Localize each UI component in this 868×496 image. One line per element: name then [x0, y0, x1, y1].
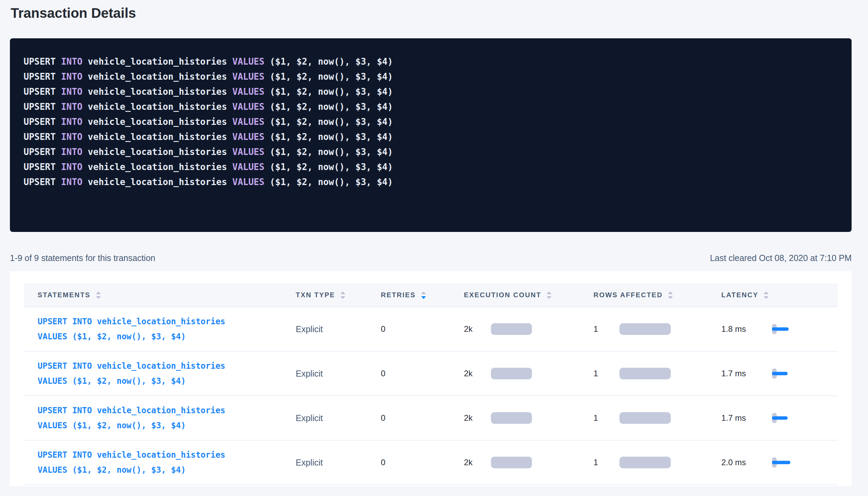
statement-link[interactable]: UPSERT INTO vehicle_location_historiesVA…: [38, 447, 296, 478]
statement-line-2: VALUES ($1, $2, now(), $3, $4): [38, 462, 296, 478]
sql-text: vehicle_location_histories: [88, 132, 232, 142]
latency-value: 1.7 ms: [721, 413, 772, 423]
rows-affected-cell: 1: [593, 323, 721, 335]
sort-icons[interactable]: [96, 291, 101, 299]
statement-line-1: UPSERT INTO vehicle_location_histories: [38, 358, 296, 374]
sql-text: UPSERT: [24, 102, 61, 112]
sql-keyword: INTO: [61, 102, 88, 112]
sql-text: UPSERT: [24, 147, 61, 157]
statement-link[interactable]: UPSERT INTO vehicle_location_historiesVA…: [38, 358, 296, 389]
execution-count-cell: 2k: [464, 457, 593, 468]
column-header-statements[interactable]: STATEMENTS: [24, 291, 296, 299]
sort-icons[interactable]: [668, 291, 673, 299]
sql-keyword: VALUES: [232, 132, 270, 142]
rows-affected-value: 1: [593, 458, 619, 467]
statement-line-2: VALUES ($1, $2, now(), $3, $4): [38, 374, 296, 389]
latency-bar: [772, 461, 790, 464]
statement-cell: UPSERT INTO vehicle_location_historiesVA…: [24, 447, 296, 478]
column-label: ROWS AFFECTED: [593, 291, 663, 299]
execution-count-value: 2k: [464, 369, 491, 378]
column-header-retries[interactable]: RETRIES: [381, 291, 464, 299]
sql-text: UPSERT: [24, 71, 61, 82]
execution-count-value: 2k: [464, 458, 491, 467]
sql-text: vehicle_location_histories: [88, 56, 232, 67]
sql-text: ($1, $2, now(), $3, $4): [270, 71, 393, 82]
column-header-execution-count[interactable]: EXECUTION COUNT: [464, 291, 593, 299]
summary-bar: 1-9 of 9 statements for this transaction…: [10, 253, 852, 263]
execution-count-cell: 2k: [464, 323, 593, 335]
txn-type-value: Explicit: [296, 413, 381, 423]
table-row: UPSERT INTO vehicle_location_historiesVA…: [24, 307, 838, 352]
sql-text: vehicle_location_histories: [88, 147, 232, 157]
sql-statement-line: UPSERT INTO vehicle_location_histories V…: [24, 84, 838, 99]
table-row: UPSERT INTO vehicle_location_historiesVA…: [24, 352, 838, 396]
rows-affected-value: 1: [593, 413, 619, 423]
sql-statement-line: UPSERT INTO vehicle_location_histories V…: [24, 69, 838, 84]
execution-count-cell: 2k: [464, 368, 593, 379]
latency-cell: 1.8 ms: [721, 324, 838, 334]
column-label: STATEMENTS: [38, 291, 91, 299]
sort-desc-icon: [547, 296, 551, 299]
txn-type-value: Explicit: [296, 324, 381, 334]
latency-bar: [772, 327, 789, 331]
statement-link[interactable]: UPSERT INTO vehicle_location_historiesVA…: [38, 403, 296, 433]
sql-text: ($1, $2, now(), $3, $4): [270, 162, 393, 172]
sql-statement-line: UPSERT INTO vehicle_location_histories V…: [24, 144, 838, 159]
sql-statement-line: UPSERT INTO vehicle_location_histories V…: [24, 174, 838, 190]
column-header-rows-affected[interactable]: ROWS AFFECTED: [593, 291, 721, 299]
retries-value: 0: [381, 324, 464, 334]
execution-count-bar: [491, 457, 532, 468]
sql-keyword: VALUES: [232, 147, 270, 157]
retries-value: 0: [381, 458, 464, 467]
sort-icons[interactable]: [547, 291, 551, 299]
sql-text: ($1, $2, now(), $3, $4): [270, 177, 393, 187]
statement-line-1: UPSERT INTO vehicle_location_histories: [38, 403, 296, 418]
table-row: UPSERT INTO vehicle_location_historiesVA…: [24, 441, 838, 485]
sort-asc-icon: [96, 291, 101, 294]
statement-link[interactable]: UPSERT INTO vehicle_location_historiesVA…: [38, 314, 296, 344]
retries-value: 0: [381, 369, 464, 378]
sql-keyword: INTO: [61, 147, 88, 157]
table-row: UPSERT INTO vehicle_location_historiesVA…: [24, 396, 838, 441]
table-header: STATEMENTSTXN TYPERETRIESEXECUTION COUNT…: [24, 283, 838, 307]
sql-keyword: INTO: [61, 177, 88, 187]
sql-text: vehicle_location_histories: [88, 177, 232, 187]
sort-asc-icon: [547, 291, 551, 294]
sql-statement-line: UPSERT INTO vehicle_location_histories V…: [24, 114, 838, 129]
latency-cell: 1.7 ms: [721, 413, 838, 423]
statement-cell: UPSERT INTO vehicle_location_historiesVA…: [24, 314, 296, 344]
column-header-txn-type[interactable]: TXN TYPE: [296, 291, 381, 299]
sql-keyword: INTO: [61, 117, 88, 127]
column-header-latency[interactable]: LATENCY: [721, 291, 838, 299]
sql-text: UPSERT: [24, 177, 61, 187]
sql-text: ($1, $2, now(), $3, $4): [270, 56, 393, 67]
sql-text: vehicle_location_histories: [88, 117, 232, 127]
sort-desc-icon: [96, 296, 101, 299]
latency-value: 1.8 ms: [721, 324, 772, 334]
sql-statement-line: UPSERT INTO vehicle_location_histories V…: [24, 99, 838, 114]
sql-statement-line: UPSERT INTO vehicle_location_histories V…: [24, 159, 838, 174]
sort-icons[interactable]: [340, 291, 345, 299]
execution-count-value: 2k: [464, 324, 491, 334]
sort-desc-icon: [340, 296, 345, 299]
sort-icons[interactable]: [421, 291, 426, 299]
rows-affected-cell: 1: [593, 457, 721, 468]
sort-asc-icon: [340, 291, 345, 294]
sql-text: UPSERT: [24, 132, 61, 142]
rows-affected-bar: [619, 323, 671, 335]
sql-keyword: VALUES: [232, 162, 270, 172]
rows-affected-bar: [619, 457, 671, 468]
sort-icons[interactable]: [764, 291, 769, 299]
rows-affected-bar: [619, 412, 671, 424]
txn-type-value: Explicit: [296, 458, 381, 468]
sql-keyword: VALUES: [232, 71, 270, 82]
column-label: RETRIES: [381, 291, 416, 299]
sql-text: ($1, $2, now(), $3, $4): [270, 147, 393, 157]
latency-value: 2.0 ms: [721, 458, 772, 467]
sql-keyword: INTO: [61, 56, 88, 67]
sort-asc-icon: [421, 291, 426, 294]
sql-text: ($1, $2, now(), $3, $4): [270, 132, 393, 142]
txn-type-value: Explicit: [296, 369, 381, 379]
statement-cell: UPSERT INTO vehicle_location_historiesVA…: [24, 403, 296, 433]
sql-keyword: VALUES: [232, 117, 270, 127]
